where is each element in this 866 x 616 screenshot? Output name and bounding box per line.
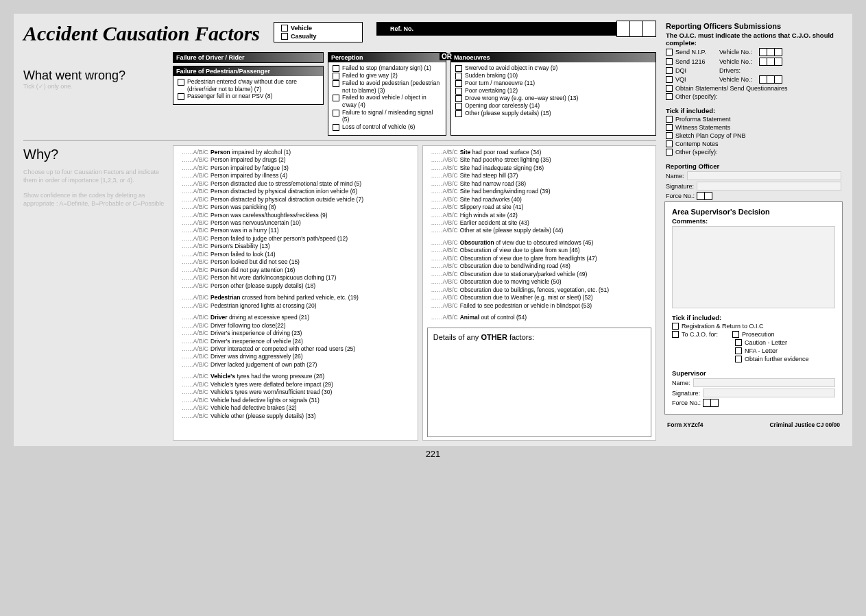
perception-checkbox[interactable] — [333, 80, 339, 87]
abc-prefix[interactable]: ……A/B/C — [427, 271, 460, 278]
manoeuvre-checkbox[interactable] — [455, 88, 462, 95]
abc-prefix[interactable]: ……A/B/C — [178, 302, 211, 310]
vehicle-no-boxes-3[interactable] — [760, 75, 782, 84]
other-specify-checkbox-1[interactable] — [666, 93, 673, 100]
perception-checkbox[interactable] — [333, 110, 339, 116]
abc-prefix[interactable]: ……A/B/C — [427, 227, 460, 234]
abc-prefix[interactable]: ……A/B/C — [427, 239, 460, 247]
casualty-checkbox[interactable] — [281, 33, 288, 40]
to-cjo-checkbox[interactable] — [672, 331, 679, 338]
abc-prefix[interactable]: ……A/B/C — [178, 258, 211, 266]
perception-checkbox[interactable] — [333, 73, 339, 79]
vehicle-checkbox[interactable] — [281, 25, 288, 32]
abc-prefix[interactable]: ……A/B/C — [427, 302, 460, 310]
perception-checkbox[interactable] — [333, 124, 339, 131]
abc-prefix[interactable]: ……A/B/C — [178, 282, 211, 290]
abc-prefix[interactable]: ……A/B/C — [178, 412, 211, 420]
manoeuvre-checkbox[interactable] — [455, 95, 462, 102]
abc-prefix[interactable]: ……A/B/C — [427, 262, 460, 270]
pedestrian-checkbox[interactable] — [178, 79, 184, 86]
abc-prefix[interactable]: ……A/B/C — [178, 235, 211, 243]
abc-prefix[interactable]: ……A/B/C — [178, 274, 211, 282]
abc-prefix[interactable]: ……A/B/C — [178, 381, 211, 389]
tick-checkbox[interactable] — [666, 116, 673, 123]
abc-prefix[interactable]: ……A/B/C — [427, 247, 460, 254]
tick-checkbox[interactable] — [666, 140, 673, 147]
abc-prefix[interactable]: ……A/B/C — [178, 267, 211, 274]
abc-prefix[interactable]: ……A/B/C — [178, 389, 211, 396]
ref-box-3[interactable] — [642, 21, 656, 37]
abc-prefix[interactable]: ……A/B/C — [427, 180, 460, 188]
abc-prefix[interactable]: ……A/B/C — [178, 149, 211, 156]
abc-prefix[interactable]: ……A/B/C — [427, 294, 460, 301]
vehicle-no-boxes-1[interactable] — [760, 48, 782, 56]
abc-prefix[interactable]: ……A/B/C — [178, 204, 211, 211]
name-field-1[interactable] — [687, 171, 841, 180]
abc-prefix[interactable]: ……A/B/C — [178, 219, 211, 227]
tick-checkbox[interactable] — [666, 124, 673, 131]
abc-prefix[interactable]: ……A/B/C — [178, 373, 211, 380]
nfa-checkbox[interactable] — [735, 347, 742, 354]
abc-prefix[interactable]: ……A/B/C — [427, 255, 460, 262]
abc-prefix[interactable]: ……A/B/C — [427, 278, 460, 286]
signature-field-1[interactable] — [697, 182, 841, 190]
abc-prefix[interactable]: ……A/B/C — [427, 196, 460, 204]
pedestrian-checkbox[interactable] — [178, 93, 184, 100]
abc-prefix[interactable]: ……A/B/C — [178, 188, 211, 195]
send-1216-checkbox[interactable] — [666, 58, 673, 65]
manoeuvre-checkbox[interactable] — [455, 73, 462, 79]
ref-box-1[interactable] — [616, 21, 630, 37]
abc-prefix[interactable]: ……A/B/C — [178, 397, 211, 404]
abc-prefix[interactable]: ……A/B/C — [178, 180, 211, 188]
abc-prefix[interactable]: ……A/B/C — [178, 338, 211, 345]
abc-prefix[interactable]: ……A/B/C — [178, 361, 211, 369]
abc-prefix[interactable]: ……A/B/C — [178, 294, 211, 301]
obtain-evidence-checkbox[interactable] — [735, 356, 742, 362]
abc-prefix[interactable]: ……A/B/C — [178, 330, 211, 337]
obtain-statements-checkbox[interactable] — [666, 85, 673, 92]
force-no-boxes-2[interactable] — [703, 399, 719, 407]
abc-prefix[interactable]: ……A/B/C — [178, 172, 211, 180]
other-factors-box[interactable]: Details of any OTHER factors: — [427, 328, 651, 437]
reg-return-checkbox[interactable] — [672, 323, 679, 330]
force-no-boxes-1[interactable] — [697, 192, 712, 200]
abc-prefix[interactable]: ……A/B/C — [178, 314, 211, 321]
abc-prefix[interactable]: ……A/B/C — [427, 212, 460, 219]
prosecution-checkbox[interactable] — [732, 331, 739, 338]
abc-prefix[interactable]: ……A/B/C — [178, 345, 211, 353]
abc-prefix[interactable]: ……A/B/C — [178, 251, 211, 258]
comments-box[interactable] — [672, 226, 835, 308]
manoeuvre-checkbox[interactable] — [455, 65, 462, 72]
manoeuvre-checkbox[interactable] — [455, 110, 462, 117]
tick-checkbox[interactable] — [666, 149, 673, 156]
abc-prefix[interactable]: ……A/B/C — [427, 149, 460, 156]
dqi-checkbox[interactable] — [666, 67, 673, 74]
abc-prefix[interactable]: ……A/B/C — [178, 353, 211, 360]
signature-field-2[interactable] — [703, 389, 835, 397]
manoeuvre-checkbox[interactable] — [455, 103, 462, 110]
abc-prefix[interactable]: ……A/B/C — [178, 322, 211, 330]
vehicle-no-boxes-2[interactable] — [760, 58, 782, 66]
send-nip-checkbox[interactable] — [666, 49, 673, 56]
perception-checkbox[interactable] — [333, 95, 339, 101]
ref-box-2[interactable] — [629, 21, 643, 37]
abc-prefix[interactable]: ……A/B/C — [427, 172, 460, 180]
abc-prefix[interactable]: ……A/B/C — [178, 212, 211, 219]
tick-checkbox[interactable] — [666, 132, 673, 139]
abc-prefix[interactable]: ……A/B/C — [427, 286, 460, 294]
abc-prefix[interactable]: ……A/B/C — [178, 156, 211, 164]
abc-prefix[interactable]: ……A/B/C — [178, 243, 211, 250]
name-field-2[interactable] — [693, 378, 835, 387]
abc-prefix[interactable]: ……A/B/C — [427, 219, 460, 227]
abc-prefix[interactable]: ……A/B/C — [178, 227, 211, 234]
abc-prefix[interactable]: ……A/B/C — [178, 196, 211, 204]
caution-checkbox[interactable] — [735, 339, 742, 346]
vqi-checkbox[interactable] — [666, 76, 673, 83]
abc-prefix[interactable]: ……A/B/C — [427, 314, 460, 321]
abc-prefix[interactable]: ……A/B/C — [178, 164, 211, 172]
manoeuvre-checkbox[interactable] — [455, 80, 462, 87]
perception-checkbox[interactable] — [333, 65, 339, 72]
abc-prefix[interactable]: ……A/B/C — [427, 164, 460, 172]
abc-prefix[interactable]: ……A/B/C — [427, 156, 460, 164]
abc-prefix[interactable]: ……A/B/C — [427, 204, 460, 211]
